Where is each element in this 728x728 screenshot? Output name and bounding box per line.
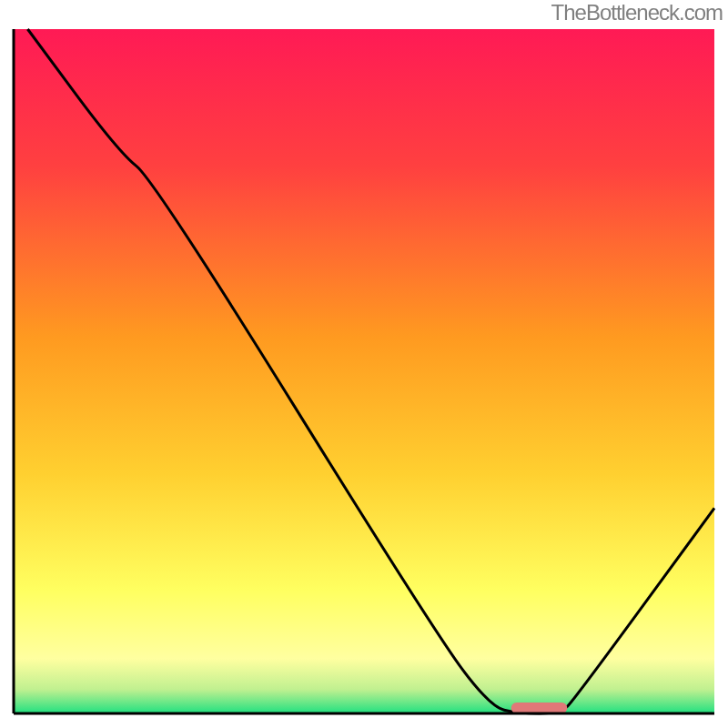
plot-background [14,29,714,713]
chart-svg [0,0,728,728]
watermark-text: TheBottleneck.com [551,0,723,25]
bottleneck-chart: TheBottleneck.com [0,0,728,728]
optimal-marker [511,703,568,713]
